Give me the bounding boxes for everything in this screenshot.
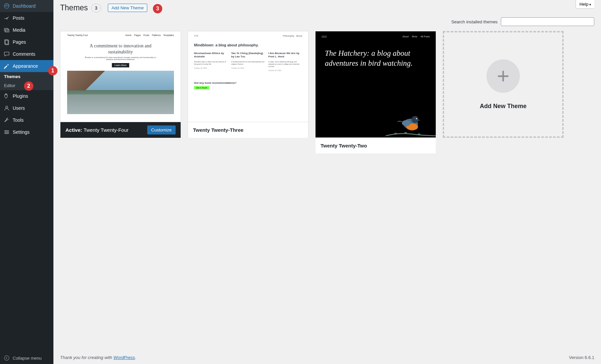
sidebar-item-media[interactable]: Media [0, 24, 53, 36]
sidebar-label: Settings [13, 129, 30, 135]
theme-name: Twenty Twenty-Four [83, 127, 129, 133]
theme-screenshot: TT3 Philosophy About Mindblown: a blog a… [188, 31, 308, 122]
sidebar-label: Pages [13, 39, 26, 45]
svg-point-22 [394, 133, 397, 134]
appearance-icon [3, 63, 10, 69]
sidebar-item-pages[interactable]: Pages [0, 36, 53, 48]
sidebar-item-plugins[interactable]: Plugins [0, 90, 53, 102]
sidebar-item-dashboard[interactable]: Dashboard [0, 0, 53, 12]
theme-screenshot: About Birds All Posts The Hatchery: a bl… [316, 31, 436, 137]
svg-point-20 [416, 118, 417, 119]
sidebar-label: Tools [13, 117, 24, 123]
sidebar-label: Appearance [13, 63, 38, 69]
svg-point-6 [6, 106, 8, 108]
pin-icon [3, 15, 10, 21]
svg-point-11 [7, 132, 8, 133]
submenu-themes[interactable]: Themes [0, 72, 53, 81]
theme-footer: Active: Twenty Twenty-Four Customize [60, 122, 181, 138]
svg-point-3 [6, 30, 6, 30]
logo-icon [322, 35, 327, 38]
sidebar-label: Media [13, 27, 25, 33]
page-header: Themes 3 Add New Theme Help [60, 3, 594, 12]
theme-footer: Twenty Twenty-Two [316, 137, 436, 153]
tools-icon [3, 117, 10, 123]
sidebar-label: Posts [13, 15, 24, 21]
annotation-badge-1: 1 [48, 66, 57, 75]
theme-screenshot: Twenty Twenty Four Home Pages Posts Patt… [60, 31, 181, 122]
svg-rect-7 [4, 130, 9, 131]
help-button[interactable]: Help [576, 0, 594, 9]
building-image [67, 71, 174, 114]
theme-card-twenty-twenty-three[interactable]: TT3 Philosophy About Mindblown: a blog a… [188, 31, 309, 138]
collapse-icon [3, 355, 10, 361]
theme-footer: Twenty Twenty-Three [188, 122, 308, 138]
svg-point-10 [5, 130, 6, 131]
plugins-icon [3, 93, 10, 99]
add-new-theme-card[interactable]: + Add New Theme [443, 31, 564, 138]
collapse-menu[interactable]: Collapse menu [0, 352, 53, 364]
add-new-theme-button[interactable]: Add New Theme [108, 4, 148, 12]
sidebar-label: Plugins [13, 93, 28, 99]
search-label: Search installed themes [451, 19, 498, 24]
svg-point-24 [418, 133, 420, 135]
theme-card-twenty-twenty-four[interactable]: Twenty Twenty Four Home Pages Posts Patt… [60, 31, 181, 138]
theme-name: Twenty Twenty-Three [193, 127, 243, 133]
theme-count-badge: 3 [91, 4, 101, 12]
sidebar-item-tools[interactable]: Tools [0, 114, 53, 126]
sidebar-item-settings[interactable]: Settings [0, 126, 53, 138]
sidebar-label: Comments [13, 51, 35, 57]
customize-button[interactable]: Customize [147, 125, 176, 134]
branch-image [386, 127, 436, 137]
theme-card-twenty-twenty-two[interactable]: About Birds All Posts The Hatchery: a bl… [315, 31, 436, 138]
sidebar-item-comments[interactable]: Comments [0, 48, 53, 60]
svg-point-19 [412, 116, 419, 123]
svg-point-14 [322, 36, 324, 38]
active-label: Active: [65, 127, 82, 133]
svg-point-16 [325, 36, 327, 38]
sidebar-label: Dashboard [13, 3, 36, 9]
page-title: Themes [60, 3, 88, 12]
theme-name: Twenty Twenty-Two [321, 143, 367, 148]
admin-footer: Thank you for creating with WordPress. V… [53, 351, 601, 364]
settings-icon [3, 129, 10, 135]
main-content: Themes 3 Add New Theme Help Search insta… [53, 0, 601, 364]
sidebar-item-posts[interactable]: Posts [0, 12, 53, 24]
svg-rect-8 [4, 132, 9, 132]
search-row: Search installed themes [60, 17, 594, 26]
version-text: Version 6.6.1 [569, 355, 594, 360]
media-icon [3, 27, 10, 33]
wordpress-link[interactable]: WordPress [114, 355, 135, 360]
svg-point-23 [404, 132, 407, 133]
annotation-badge-3: 3 [153, 4, 162, 13]
admin-sidebar: Dashboard Posts Media Pages Comments App… [0, 0, 53, 364]
svg-point-12 [6, 133, 7, 134]
pages-icon [3, 39, 10, 45]
add-new-theme-label: Add New Theme [480, 103, 527, 110]
sidebar-item-users[interactable]: Users [0, 102, 53, 114]
svg-point-15 [324, 36, 325, 38]
dashboard-icon [3, 3, 10, 9]
svg-point-13 [4, 356, 9, 360]
sidebar-item-appearance[interactable]: Appearance [0, 60, 53, 72]
sidebar-label: Users [13, 105, 25, 111]
annotation-badge-2: 2 [24, 81, 33, 91]
plus-icon: + [486, 59, 520, 93]
comments-icon [3, 51, 10, 57]
svg-point-21 [402, 120, 411, 126]
search-input[interactable] [501, 17, 594, 26]
users-icon [3, 105, 10, 111]
svg-rect-1 [4, 28, 8, 31]
theme-grid: Twenty Twenty Four Home Pages Posts Patt… [60, 31, 594, 138]
